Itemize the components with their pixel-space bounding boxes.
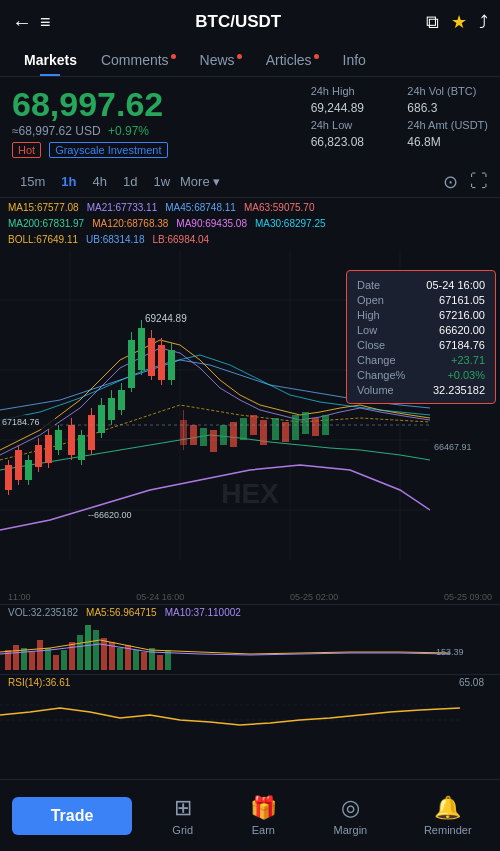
svg-rect-71	[53, 655, 59, 670]
tooltip-open-label: Open	[357, 294, 384, 306]
tooltip-change-label: Change	[357, 354, 396, 366]
bottom-tab-earn[interactable]: 🎁 Earn	[250, 795, 277, 836]
fullscreen-icon[interactable]: ⛶	[470, 171, 488, 193]
svg-rect-55	[302, 412, 309, 434]
favorite-icon[interactable]: ★	[451, 11, 467, 33]
svg-rect-56	[312, 418, 319, 436]
tab-news[interactable]: News	[188, 44, 254, 76]
rsi-chart	[0, 690, 500, 732]
tooltip-high-value: 67216.00	[439, 309, 485, 321]
svg-rect-73	[69, 642, 75, 670]
menu-icon[interactable]: ≡	[40, 12, 51, 33]
hot-tag: Hot	[12, 142, 41, 158]
earn-label: Earn	[252, 824, 275, 836]
ma63: MA63:59075.70	[244, 200, 315, 216]
chart-area[interactable]: 69244.89 67330.62 66467.91 67184.76 --66…	[0, 250, 500, 590]
tf-1h[interactable]: 1h	[53, 170, 84, 193]
svg-rect-68	[29, 652, 35, 670]
ma45: MA45:68748.11	[165, 200, 236, 216]
chart-icons: ⊙ ⛶	[443, 171, 488, 193]
tooltip-low-value: 66620.00	[439, 324, 485, 336]
svg-rect-84	[157, 655, 163, 670]
tooltip-low-label: Low	[357, 324, 377, 336]
ma-indicators: MA15:67577.08 MA21:67733.11 MA45:68748.1…	[0, 198, 500, 250]
tooltip-open-value: 67161.05	[439, 294, 485, 306]
price-right: 24h High 24h Vol (BTC) 69,244.89 686.3 2…	[311, 85, 488, 158]
time-label-1: 11:00	[8, 592, 31, 602]
ma21: MA21:67733.11	[87, 200, 158, 216]
svg-rect-51	[260, 420, 267, 445]
settings-icon[interactable]: ⊙	[443, 171, 458, 193]
vol-ma5: MA5:56.964715	[86, 607, 157, 618]
header-actions: ⧉ ★ ⤴	[426, 11, 488, 33]
svg-rect-79	[117, 648, 123, 670]
reminder-icon: 🔔	[434, 795, 461, 821]
share-icon[interactable]: ⤴	[479, 12, 488, 33]
tf-4h[interactable]: 4h	[84, 170, 114, 193]
svg-rect-75	[85, 625, 91, 670]
tooltip-change-value: +23.71	[451, 354, 485, 366]
grid-label: Grid	[172, 824, 193, 836]
svg-text:67184.76: 67184.76	[2, 417, 40, 427]
high-label: 24h High	[311, 85, 392, 97]
svg-rect-45	[200, 428, 207, 446]
svg-rect-77	[101, 638, 107, 670]
tf-more[interactable]: More ▾	[180, 174, 220, 189]
svg-rect-54	[292, 415, 299, 440]
ma120: MA120:68768.38	[92, 216, 168, 232]
tab-info[interactable]: Info	[331, 44, 378, 76]
svg-rect-48	[230, 422, 237, 447]
tooltip-date-value: 05-24 16:00	[426, 279, 485, 291]
tab-comments[interactable]: Comments	[89, 44, 188, 76]
earn-icon: 🎁	[250, 795, 277, 821]
low-value: 66,823.08	[311, 135, 392, 149]
svg-text:66467.91: 66467.91	[434, 442, 472, 452]
svg-rect-82	[141, 652, 147, 670]
svg-rect-52	[272, 418, 279, 440]
tooltip-close-label: Close	[357, 339, 385, 351]
tooltip-high-label: High	[357, 309, 380, 321]
volume-chart: 153.39	[0, 620, 500, 672]
price-main: 68,997.62	[12, 85, 311, 124]
margin-icon: ◎	[341, 795, 360, 821]
svg-rect-47	[220, 425, 227, 445]
tooltip-volume-label: Volume	[357, 384, 394, 396]
bottom-tab-margin[interactable]: ◎ Margin	[334, 795, 368, 836]
tooltip-close-value: 67184.76	[439, 339, 485, 351]
svg-text:--66620.00: --66620.00	[88, 510, 132, 520]
svg-text:69244.89: 69244.89	[145, 313, 187, 324]
svg-rect-46	[210, 430, 217, 452]
high-value: 69,244.89	[311, 101, 392, 115]
time-label-2: 05-24 16:00	[136, 592, 184, 602]
bottom-tabs: ⊞ Grid 🎁 Earn ◎ Margin 🔔 Reminder	[144, 795, 500, 836]
copy-icon[interactable]: ⧉	[426, 12, 439, 33]
tf-1d[interactable]: 1d	[115, 170, 145, 193]
tab-articles[interactable]: Articles	[254, 44, 331, 76]
ub: UB:68314.18	[86, 232, 144, 248]
page-title: BTC/USDT	[59, 12, 418, 32]
low-label: 24h Low	[311, 119, 392, 131]
bottom-tab-grid[interactable]: ⊞ Grid	[172, 795, 193, 836]
vol-ma10: MA10:37.110002	[165, 607, 241, 618]
bottom-nav: Trade ⊞ Grid 🎁 Earn ◎ Margin 🔔 Reminder	[0, 779, 500, 851]
tab-markets[interactable]: Markets	[12, 44, 89, 76]
svg-rect-74	[77, 635, 83, 670]
grid-icon: ⊞	[174, 795, 192, 821]
tf-1w[interactable]: 1w	[145, 170, 178, 193]
back-button[interactable]: ←	[12, 11, 32, 34]
amt-usdt-label: 24h Amt (USDT)	[407, 119, 488, 131]
bottom-tab-reminder[interactable]: 🔔 Reminder	[424, 795, 472, 836]
trade-button[interactable]: Trade	[12, 797, 132, 835]
ma90: MA90:69435.08	[176, 216, 247, 232]
svg-rect-83	[149, 648, 155, 670]
boll: BOLL:67649.11	[8, 232, 78, 248]
grayscale-tag[interactable]: Grayscale Investment	[49, 142, 167, 158]
chart-controls: 15m 1h 4h 1d 1w More ▾ ⊙ ⛶	[0, 166, 500, 198]
price-usd: ≈68,997.62 USD +0.97%	[12, 124, 311, 138]
tf-15m[interactable]: 15m	[12, 170, 53, 193]
ma30: MA30:68297.25	[255, 216, 326, 232]
svg-rect-72	[61, 650, 67, 670]
header: ← ≡ BTC/USDT ⧉ ★ ⤴	[0, 0, 500, 44]
vol-btc-label: 24h Vol (BTC)	[407, 85, 488, 97]
price-left: 68,997.62 ≈68,997.62 USD +0.97% Hot Gray…	[12, 85, 311, 158]
